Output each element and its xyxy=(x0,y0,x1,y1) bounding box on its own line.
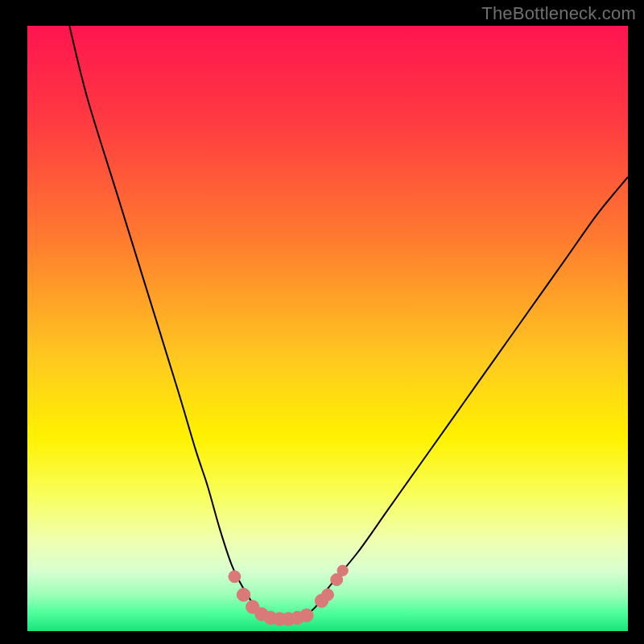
chart-frame: TheBottleneck.com xyxy=(0,0,644,644)
curve-marker xyxy=(237,588,250,601)
watermark-text: TheBottleneck.com xyxy=(481,3,636,24)
curve-marker xyxy=(300,609,313,621)
curve-marker xyxy=(337,565,348,576)
curve-layer xyxy=(27,26,628,631)
curve-marker xyxy=(322,588,334,601)
bottleneck-curve xyxy=(69,26,628,619)
curve-marker xyxy=(229,571,241,583)
plot-area xyxy=(27,26,628,631)
